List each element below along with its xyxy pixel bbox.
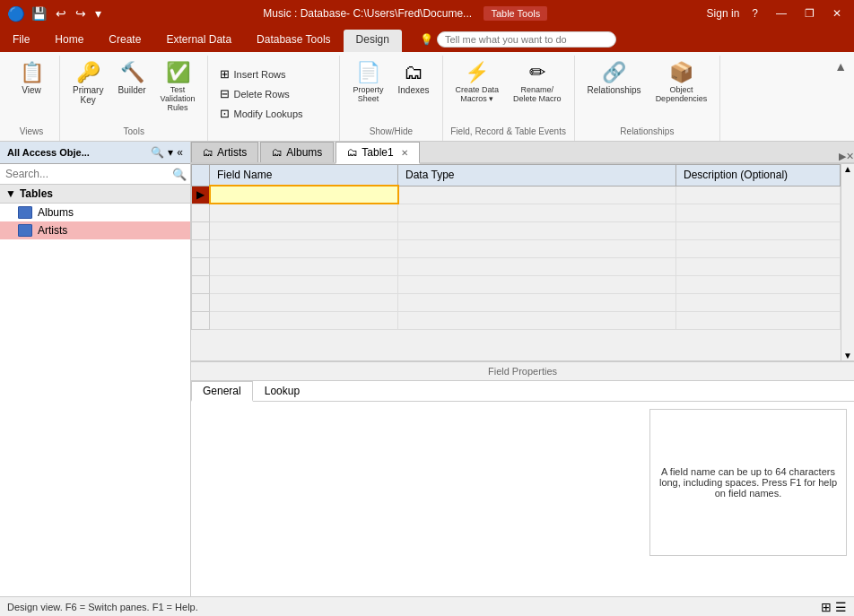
description-cell-3[interactable]: [676, 221, 841, 239]
undo-button[interactable]: ↩: [53, 5, 69, 22]
description-cell-6[interactable]: [676, 275, 841, 293]
tell-me-icon: 💡: [420, 33, 433, 46]
modify-lookups-icon: ⊡: [220, 107, 230, 120]
description-cell-7[interactable]: [676, 293, 841, 311]
tabs-scroll-right[interactable]: ▶: [839, 151, 846, 162]
redo-button[interactable]: ↪: [73, 5, 89, 22]
field-properties-content: A field name can be up to 64 characters …: [191, 402, 854, 563]
data-type-cell-5[interactable]: [398, 257, 676, 275]
data-type-cell-4[interactable]: [398, 239, 676, 257]
insert-rows-button[interactable]: ⊞ Insert Rows: [215, 65, 332, 83]
tab-table1[interactable]: 🗂 Table1 ✕: [336, 142, 419, 164]
view-icon-status2[interactable]: ☰: [835, 600, 847, 614]
table-grid-scroll[interactable]: Field Name Data Type Description (Option…: [191, 164, 841, 360]
menu-database-tools[interactable]: Database Tools: [244, 27, 344, 52]
view-icon-status1[interactable]: ⊞: [821, 600, 832, 614]
data-type-header: Data Type: [398, 165, 676, 187]
table1-tab-close[interactable]: ✕: [401, 148, 408, 158]
menu-home[interactable]: Home: [42, 27, 96, 52]
create-data-macros-button[interactable]: ⚡ Create DataMacros ▾: [450, 57, 505, 107]
builder-button[interactable]: 🔨 Builder: [112, 57, 151, 99]
customize-dropdown[interactable]: ▾: [92, 5, 104, 22]
field-name-cell-8[interactable]: [210, 311, 398, 329]
ribbon-group-rows: ⊞ Insert Rows ⊟ Delete Rows ⊡ Modify Loo…: [208, 56, 340, 141]
artists-label: Artists: [38, 224, 67, 237]
field-name-cell-7[interactable]: [210, 293, 398, 311]
test-validation-button[interactable]: ✅ TestValidationRules: [155, 57, 201, 116]
close-button[interactable]: ✕: [827, 5, 847, 22]
sidebar-item-albums[interactable]: Albums: [0, 204, 190, 221]
table-row: [192, 257, 841, 275]
modify-lookups-button[interactable]: ⊡ Modify Lookups: [215, 104, 332, 123]
data-type-cell-3[interactable]: [398, 221, 676, 239]
sidebar-item-artists[interactable]: Artists: [0, 221, 190, 239]
minimize-button[interactable]: —: [771, 5, 792, 22]
field-name-cell-1[interactable]: [210, 186, 398, 204]
row-selector-7: [192, 293, 210, 311]
scroll-up[interactable]: ▲: [841, 164, 854, 174]
menu-external-data[interactable]: External Data: [153, 27, 244, 52]
description-cell-1[interactable]: [676, 186, 841, 204]
tab-lookup[interactable]: Lookup: [253, 381, 311, 401]
indexes-button[interactable]: 🗂 Indexes: [392, 57, 434, 99]
sidebar: All Access Obje... 🔍 ▾ « 🔍 ▼ Tables Albu…: [0, 142, 191, 596]
table-grid-container: Field Name Data Type Description (Option…: [191, 164, 854, 361]
table1-tab-label: Table1: [362, 146, 393, 159]
description-cell-4[interactable]: [676, 239, 841, 257]
builder-label: Builder: [118, 85, 145, 95]
sidebar-options-icon[interactable]: ▾: [168, 146, 173, 159]
relationships-group-label: Relationships: [620, 126, 674, 139]
data-type-cell-2[interactable]: [398, 204, 676, 221]
rename-delete-macro-button[interactable]: ✏ Rename/Delete Macro: [508, 57, 567, 107]
data-type-cell-1[interactable]: [398, 186, 676, 204]
artists-tab-icon: 🗂: [203, 146, 214, 159]
object-dependencies-button[interactable]: 📦 ObjectDependencies: [650, 57, 713, 107]
grid-scrollbar[interactable]: ▲ ▼: [841, 164, 854, 360]
description-cell-2[interactable]: [676, 204, 841, 221]
menu-design[interactable]: Design: [344, 30, 402, 52]
property-sheet-label: PropertySheet: [353, 85, 383, 103]
sidebar-search-input[interactable]: [4, 166, 172, 182]
grid-header: Field Name Data Type Description (Option…: [192, 165, 841, 187]
sidebar-close-icon[interactable]: «: [177, 146, 183, 159]
restore-button[interactable]: ❐: [799, 5, 820, 22]
collapse-icon[interactable]: ▼: [5, 187, 16, 200]
data-type-cell-8[interactable]: [398, 311, 676, 329]
field-name-cell-3[interactable]: [210, 221, 398, 239]
menu-file[interactable]: File: [0, 27, 42, 52]
property-sheet-button[interactable]: 📄 PropertySheet: [347, 57, 388, 107]
description-cell-5[interactable]: [676, 257, 841, 275]
field-name-cell-4[interactable]: [210, 239, 398, 257]
field-name-cell-6[interactable]: [210, 275, 398, 293]
sidebar-search-icon[interactable]: 🔍: [151, 146, 164, 159]
tell-me-input[interactable]: [437, 31, 616, 48]
delete-rows-button[interactable]: ⊟ Delete Rows: [215, 84, 332, 103]
scroll-down[interactable]: ▼: [841, 351, 854, 360]
ribbon-collapse-button[interactable]: ▲: [834, 59, 847, 74]
main-area: All Access Obje... 🔍 ▾ « 🔍 ▼ Tables Albu…: [0, 142, 854, 596]
primary-key-button[interactable]: 🔑 PrimaryKey: [67, 57, 109, 108]
window-title: Music : Database- C:\Users\Fred\Docume..…: [104, 7, 707, 20]
menu-create[interactable]: Create: [96, 27, 153, 52]
description-cell-8[interactable]: [676, 311, 841, 329]
insert-rows-label: Insert Rows: [233, 69, 285, 80]
save-button[interactable]: 💾: [29, 5, 49, 22]
field-name-header: Field Name: [210, 165, 398, 187]
data-type-cell-7[interactable]: [398, 293, 676, 311]
help-button[interactable]: ?: [746, 5, 763, 22]
tab-general[interactable]: General: [191, 381, 253, 402]
ribbon-group-show-hide: 📄 PropertySheet 🗂 Indexes Show/Hide: [340, 56, 442, 141]
view-button[interactable]: 📋 View: [11, 57, 52, 99]
sign-in-label[interactable]: Sign in: [707, 7, 740, 20]
tab-artists[interactable]: 🗂 Artists: [191, 142, 258, 162]
ribbon-group-field-events: ⚡ Create DataMacros ▾ ✏ Rename/Delete Ma…: [443, 56, 575, 141]
data-type-cell-6[interactable]: [398, 275, 676, 293]
field-name-cell-2[interactable]: [210, 204, 398, 221]
tab-albums[interactable]: 🗂 Albums: [260, 142, 334, 162]
field-help-text: A field name can be up to 64 characters …: [649, 409, 847, 556]
table-row: [192, 311, 841, 329]
tabs-close-all[interactable]: ✕: [846, 151, 854, 162]
relationships-button[interactable]: 🔗 Relationships: [582, 57, 647, 99]
field-name-cell-5[interactable]: [210, 257, 398, 275]
table-row: [192, 221, 841, 239]
